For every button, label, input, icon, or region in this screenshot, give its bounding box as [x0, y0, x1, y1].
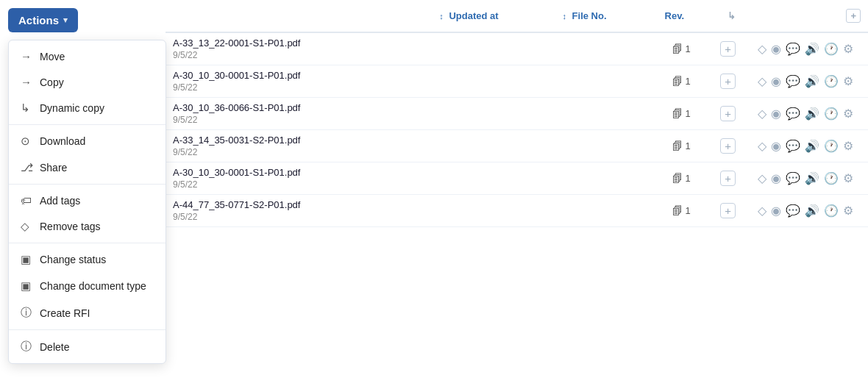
menu-item-change-doc-type[interactable]: ▣ Change document type: [9, 273, 166, 299]
pin-icon[interactable]: ◇: [758, 171, 766, 185]
pin-icon[interactable]: ◇: [758, 42, 766, 56]
pin-icon[interactable]: ◇: [758, 204, 766, 218]
rev-number: 1: [686, 43, 691, 54]
eye-icon[interactable]: ◉: [771, 42, 781, 56]
rev-copy-icon: 🗐: [672, 173, 683, 185]
rev-number: 1: [686, 173, 691, 184]
clock-icon[interactable]: 🕐: [824, 204, 839, 218]
clock-icon[interactable]: 🕐: [824, 74, 839, 88]
pin-icon[interactable]: ◇: [758, 139, 766, 153]
rev-copy-icon: 🗐: [672, 76, 683, 87]
comment-icon[interactable]: 💬: [786, 171, 800, 185]
comment-icon[interactable]: 💬: [786, 74, 800, 88]
eye-icon[interactable]: ◉: [771, 204, 781, 218]
change-doc-type-icon: ▣: [21, 279, 34, 293]
add-link-button[interactable]: +: [720, 41, 736, 57]
clock-icon[interactable]: 🕐: [824, 171, 839, 185]
table-row: A-30_10_36-0066-S1-P01.pdf9/5/22🗐1+◇◉💬🔊🕐…: [166, 98, 868, 130]
speaker-icon[interactable]: 🔊: [805, 107, 819, 121]
rev-cell: 🗐1: [658, 162, 714, 195]
comment-icon[interactable]: 💬: [786, 139, 800, 153]
menu-item-change-doc-type-label: Change document type: [40, 280, 146, 292]
chevron-down-icon: ▾: [63, 15, 68, 25]
clock-icon[interactable]: 🕐: [824, 42, 839, 56]
table-row: A-30_10_30-0001-S1-P01.pdf9/5/22🗐1+◇◉💬🔊🕐…: [166, 162, 868, 195]
pin-icon[interactable]: ◇: [758, 107, 766, 121]
menu-item-share[interactable]: ⎇ Share: [9, 154, 166, 181]
divider-4: [9, 329, 166, 330]
file-cell: A-30_10_36-0066-S1-P01.pdf9/5/22: [166, 98, 432, 130]
menu-item-download[interactable]: ⊙ Download: [9, 128, 166, 154]
add-link-button[interactable]: +: [720, 138, 736, 154]
menu-item-copy[interactable]: → Copy: [9, 69, 166, 95]
file-table: ↕ Updated at ↕ File No. Rev. ↳ + A-33_: [166, 0, 868, 227]
comment-icon[interactable]: 💬: [786, 107, 800, 121]
eye-icon[interactable]: ◉: [771, 107, 781, 121]
file-name: A-33_13_22-0001-S1-P01.pdf: [173, 37, 424, 49]
menu-item-delete[interactable]: ⓘ Delete: [9, 333, 166, 360]
row-actions-cell: ◇◉💬🔊🕐⚙: [743, 162, 868, 195]
add-link-button[interactable]: +: [720, 171, 736, 186]
speaker-icon[interactable]: 🔊: [805, 139, 819, 153]
download-icon: ⊙: [21, 135, 34, 148]
col-rev: Rev.: [658, 0, 714, 32]
menu-item-move[interactable]: → Move: [9, 43, 166, 69]
eye-icon[interactable]: ◉: [771, 139, 781, 153]
speaker-icon[interactable]: 🔊: [805, 171, 819, 185]
actions-button[interactable]: Actions ▾: [8, 8, 78, 32]
divider-2: [9, 184, 166, 185]
row-actions-cell: ◇◉💬🔊🕐⚙: [743, 32, 868, 65]
menu-item-create-rfi[interactable]: ⓘ Create RFI: [9, 299, 166, 326]
clock-icon[interactable]: 🕐: [824, 107, 839, 121]
file-date: 9/5/22: [173, 50, 424, 60]
speaker-icon[interactable]: 🔊: [805, 74, 819, 88]
menu-item-add-tags[interactable]: 🏷 Add tags: [9, 187, 166, 213]
pin-icon[interactable]: ◇: [758, 74, 766, 88]
add-link-button[interactable]: +: [720, 74, 736, 89]
col-updated-at[interactable]: ↕ Updated at: [432, 0, 555, 32]
rev-cell: 🗐1: [658, 98, 714, 130]
link-cell: +: [713, 98, 743, 130]
menu-item-remove-tags[interactable]: ◇ Remove tags: [9, 213, 166, 240]
comment-icon[interactable]: 💬: [786, 204, 800, 218]
copy-icon: →: [21, 76, 34, 88]
rev-copy-icon: 🗐: [672, 108, 683, 120]
table-row: A-33_14_35-0031-S2-P01.pdf9/5/22🗐1+◇◉💬🔊🕐…: [166, 130, 868, 162]
rev-cell: 🗐1: [658, 130, 714, 162]
eye-icon[interactable]: ◉: [771, 171, 781, 185]
add-col-icon[interactable]: +: [846, 9, 861, 23]
add-link-button[interactable]: +: [720, 106, 736, 121]
menu-item-download-label: Download: [40, 135, 85, 147]
eye-icon[interactable]: ◉: [771, 74, 781, 88]
speaker-icon[interactable]: 🔊: [805, 204, 819, 218]
clock-icon[interactable]: 🕐: [824, 139, 839, 153]
gear-icon[interactable]: ⚙: [843, 204, 853, 218]
move-icon: →: [21, 50, 34, 62]
file-no-cell: [555, 65, 657, 98]
speaker-icon[interactable]: 🔊: [805, 42, 819, 56]
link-header-icon: ↳: [728, 10, 736, 21]
comment-icon[interactable]: 💬: [786, 42, 800, 56]
link-cell: +: [713, 65, 743, 98]
file-date: 9/5/22: [173, 179, 424, 190]
menu-item-change-status-label: Change status: [40, 254, 106, 265]
gear-icon[interactable]: ⚙: [843, 139, 853, 153]
gear-icon[interactable]: ⚙: [843, 42, 853, 56]
rev-number: 1: [686, 76, 691, 87]
gear-icon[interactable]: ⚙: [843, 171, 853, 185]
rev-number: 1: [686, 140, 691, 151]
file-name: A-44_77_35-0771-S2-P01.pdf: [173, 199, 424, 210]
file-date: 9/5/22: [173, 82, 424, 93]
gear-icon[interactable]: ⚙: [843, 74, 853, 88]
menu-item-dynamic-copy[interactable]: ↳ Dynamic copy: [9, 95, 166, 121]
file-name: A-30_10_30-0001-S1-P01.pdf: [173, 167, 424, 178]
rfi-icon: ⓘ: [21, 306, 34, 320]
file-name: A-33_14_35-0031-S2-P01.pdf: [173, 135, 424, 146]
gear-icon[interactable]: ⚙: [843, 107, 853, 121]
add-link-button[interactable]: +: [720, 203, 736, 218]
file-cell: A-30_10_30-0001-S1-P01.pdf9/5/22: [166, 162, 432, 195]
col-file-no[interactable]: ↕ File No.: [555, 0, 657, 32]
rev-cell: 🗐1: [658, 195, 714, 227]
divider-3: [9, 243, 166, 243]
menu-item-change-status[interactable]: ▣ Change status: [9, 246, 166, 273]
